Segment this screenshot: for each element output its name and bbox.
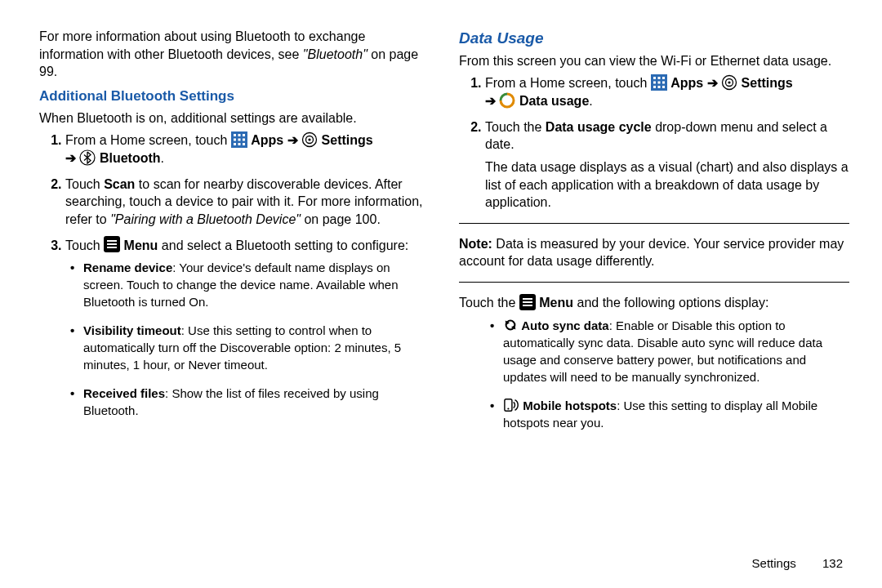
heading-data-usage: Data Usage bbox=[459, 28, 849, 49]
label-apps: Apps bbox=[670, 76, 703, 90]
svg-rect-24 bbox=[662, 82, 665, 84]
bt-step-1: From a Home screen, touch Apps ➔ Setting… bbox=[65, 131, 430, 167]
divider bbox=[459, 223, 849, 224]
right-column: Data Usage From this screen you can view… bbox=[444, 28, 849, 567]
du-chart-explain: The data usage displays as a visual (cha… bbox=[485, 158, 849, 212]
label-apps: Apps bbox=[251, 133, 283, 147]
pairing-xref: "Pairing with a Bluetooth Device" bbox=[110, 212, 301, 226]
svg-rect-25 bbox=[653, 86, 656, 88]
du-steps: From a Home screen, touch Apps ➔ Setting… bbox=[459, 74, 849, 212]
settings-gear-icon bbox=[721, 74, 737, 91]
svg-rect-2 bbox=[238, 134, 240, 136]
label-menu: Menu bbox=[539, 296, 573, 310]
svg-rect-9 bbox=[243, 143, 245, 145]
heading-additional-bt: Additional Bluetooth Settings bbox=[39, 87, 430, 106]
svg-point-30 bbox=[728, 81, 731, 83]
bullet-auto-sync: Auto sync data: Enable or Disable this o… bbox=[503, 317, 849, 385]
arrow-icon: ➔ bbox=[65, 151, 79, 165]
bullet-visibility-timeout: Visibility timeout: Use this setting to … bbox=[83, 322, 430, 373]
touch-menu-line: Touch the Menu and the following options… bbox=[459, 294, 849, 312]
svg-rect-1 bbox=[234, 134, 236, 136]
arrow-icon: ➔ bbox=[485, 94, 499, 108]
arrow-icon: ➔ bbox=[707, 76, 721, 90]
svg-rect-20 bbox=[657, 77, 660, 79]
bluetooth-icon bbox=[79, 149, 96, 166]
bt-intro-para: For more information about using Bluetoo… bbox=[39, 28, 430, 81]
label-scan: Scan bbox=[104, 177, 135, 191]
apps-grid-icon bbox=[651, 74, 667, 91]
bullet-mobile-hotspots: Mobile hotspots: Use this setting to dis… bbox=[503, 397, 849, 431]
svg-rect-19 bbox=[653, 77, 656, 79]
svg-rect-16 bbox=[107, 243, 117, 245]
label-settings: Settings bbox=[742, 76, 793, 90]
svg-rect-33 bbox=[523, 301, 532, 303]
manual-page: For more information about using Bluetoo… bbox=[0, 0, 882, 588]
settings-gear-icon bbox=[301, 131, 318, 148]
mobile-hotspot-icon bbox=[503, 398, 519, 412]
du-options-list: Auto sync data: Enable or Disable this o… bbox=[459, 317, 849, 431]
bt-xref: "Bluetooth" bbox=[303, 47, 368, 61]
bt-config-list: Rename device: Your device's default nam… bbox=[65, 259, 430, 419]
data-usage-icon bbox=[499, 92, 515, 109]
divider bbox=[459, 282, 849, 283]
page-footer: Settings 132 bbox=[752, 556, 843, 570]
label-settings: Settings bbox=[322, 133, 373, 147]
apps-grid-icon bbox=[231, 131, 247, 148]
svg-rect-22 bbox=[653, 82, 656, 84]
svg-rect-32 bbox=[523, 298, 532, 300]
page-number: 132 bbox=[822, 556, 843, 570]
label-bluetooth: Bluetooth bbox=[100, 151, 161, 165]
label-menu: Menu bbox=[124, 238, 158, 252]
sync-icon bbox=[503, 318, 518, 332]
svg-rect-34 bbox=[523, 305, 532, 306]
svg-rect-7 bbox=[234, 143, 236, 145]
bt-step-3: Touch Menu and select a Bluetooth settin… bbox=[65, 237, 430, 420]
left-column: For more information about using Bluetoo… bbox=[39, 28, 444, 567]
footer-section: Settings bbox=[752, 556, 796, 570]
bullet-rename-device: Rename device: Your device's default nam… bbox=[83, 259, 430, 310]
svg-rect-15 bbox=[107, 240, 117, 242]
svg-point-36 bbox=[507, 408, 509, 409]
bt-steps: From a Home screen, touch Apps ➔ Setting… bbox=[39, 131, 430, 419]
svg-rect-8 bbox=[238, 143, 240, 145]
du-intro: From this screen you can view the Wi-Fi … bbox=[459, 52, 849, 70]
svg-rect-4 bbox=[234, 139, 236, 141]
menu-icon bbox=[519, 294, 536, 310]
label-cycle: Data usage cycle bbox=[546, 120, 652, 134]
svg-point-12 bbox=[309, 138, 311, 140]
du-step-2: Touch the Data usage cycle drop-down men… bbox=[485, 118, 849, 212]
svg-rect-21 bbox=[662, 77, 665, 79]
label-data-usage: Data usage bbox=[519, 94, 589, 108]
bullet-received-files: Received files: Show the list of files r… bbox=[83, 385, 430, 419]
du-step-1: From a Home screen, touch Apps ➔ Setting… bbox=[485, 74, 849, 110]
svg-rect-17 bbox=[107, 247, 117, 248]
svg-rect-3 bbox=[243, 134, 245, 136]
svg-rect-26 bbox=[657, 86, 660, 88]
note-label: Note: bbox=[459, 237, 492, 251]
bt-on-note: When Bluetooth is on, additional setting… bbox=[39, 109, 430, 127]
arrow-icon: ➔ bbox=[287, 133, 301, 147]
bt-step-2: Touch Scan to scan for nearby discoverab… bbox=[65, 176, 430, 229]
svg-rect-23 bbox=[657, 82, 660, 84]
svg-rect-27 bbox=[662, 86, 665, 88]
note-block: Note: Data is measured by your device. Y… bbox=[459, 235, 849, 270]
svg-rect-6 bbox=[243, 139, 245, 141]
menu-icon bbox=[104, 236, 120, 252]
svg-rect-5 bbox=[238, 139, 240, 141]
